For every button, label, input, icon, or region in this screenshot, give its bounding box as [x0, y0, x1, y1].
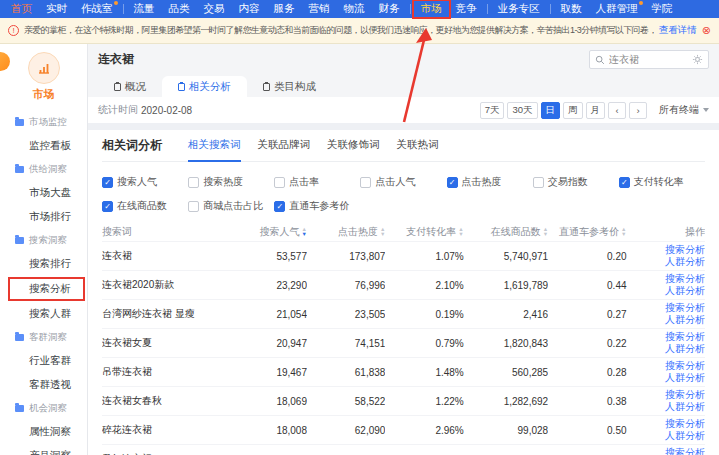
- sidebar-item[interactable]: 属性洞察: [0, 420, 87, 444]
- nav-separator: [550, 4, 551, 14]
- action-link[interactable]: 人群分析: [627, 401, 705, 413]
- sidebar-item[interactable]: 搜索分析: [10, 279, 83, 299]
- sortable-column-header[interactable]: 支付转化率▲▼: [385, 225, 463, 239]
- metric-checkbox[interactable]: ✓交易指数: [533, 175, 619, 189]
- action-link[interactable]: 人群分析: [627, 256, 705, 268]
- date-range-button[interactable]: 月: [586, 102, 606, 119]
- action-link[interactable]: 搜索分析: [627, 447, 705, 455]
- sidebar-item[interactable]: 客群透视: [0, 373, 87, 397]
- nav-item[interactable]: 人群管理: [589, 1, 645, 17]
- action-link[interactable]: 人群分析: [627, 285, 705, 297]
- nav-item[interactable]: 市场: [414, 1, 449, 17]
- nav-item[interactable]: 交易: [197, 1, 232, 17]
- sortable-column-header[interactable]: 搜索人气▲▼: [229, 225, 307, 239]
- action-link[interactable]: 搜索分析: [627, 331, 705, 343]
- metric-checkbox[interactable]: ✓搜索热度: [188, 175, 274, 189]
- menu-section-header[interactable]: 客群洞察: [0, 326, 87, 349]
- page-tab[interactable]: 概况: [98, 76, 162, 97]
- folder-icon: [15, 405, 24, 412]
- sortable-column-header[interactable]: 直通车参考价▲▼: [548, 225, 626, 239]
- date-range-button[interactable]: 日: [541, 102, 561, 119]
- nav-item[interactable]: 取数: [554, 1, 589, 17]
- sidebar-item[interactable]: 市场排行: [0, 205, 87, 229]
- page-tab[interactable]: 相关分析: [162, 76, 247, 97]
- metric-checkbox[interactable]: ✓搜索人气: [102, 175, 188, 189]
- sidebar-item[interactable]: 搜索人群: [0, 302, 87, 326]
- nav-item[interactable]: 物流: [337, 1, 372, 17]
- metric-checkbox[interactable]: ✓在线商品数: [102, 199, 188, 213]
- nav-item[interactable]: 竞争: [449, 1, 484, 17]
- column-header: 操作: [627, 225, 705, 239]
- page-tab-label: 相关分析: [189, 80, 231, 94]
- action-link[interactable]: 搜索分析: [627, 418, 705, 430]
- terminal-select[interactable]: 所有终端: [659, 103, 709, 117]
- date-range-button[interactable]: 30天: [507, 102, 537, 119]
- metric-checkbox[interactable]: ✓支付转化率: [619, 175, 705, 189]
- action-link[interactable]: 搜索分析: [627, 302, 705, 314]
- date-range-button[interactable]: 周: [563, 102, 583, 119]
- date-range-button[interactable]: 7天: [480, 102, 505, 119]
- page-tab[interactable]: 类目构成: [247, 76, 332, 97]
- action-link[interactable]: 搜索分析: [627, 389, 705, 401]
- notice-detail-link[interactable]: 查看详情: [659, 24, 697, 37]
- word-type-tab[interactable]: 相关搜索词: [188, 138, 241, 162]
- row-actions: 搜索分析人群分析: [627, 360, 705, 384]
- action-link[interactable]: 人群分析: [627, 343, 705, 355]
- action-link[interactable]: 搜索分析: [627, 273, 705, 285]
- checkbox-icon: ✓: [102, 201, 113, 212]
- nav-item[interactable]: 财务: [372, 1, 407, 17]
- metric-checkbox[interactable]: ✓直通车参考价: [274, 199, 360, 213]
- nav-item[interactable]: 首页: [4, 1, 39, 17]
- nav-item[interactable]: 业务专区: [491, 1, 547, 17]
- action-link[interactable]: 搜索分析: [627, 360, 705, 372]
- nav-separator: [410, 4, 411, 14]
- sortable-column-header[interactable]: 点击热度▲▼: [307, 225, 385, 239]
- nav-item[interactable]: 学院: [645, 1, 680, 17]
- menu-section-header[interactable]: 供给洞察: [0, 158, 87, 181]
- search-box[interactable]: [589, 50, 709, 69]
- column-label: 搜索词: [102, 225, 132, 239]
- nav-item[interactable]: 服务: [267, 1, 302, 17]
- metric-checkbox[interactable]: ✓商城点击占比: [188, 199, 274, 213]
- nav-item[interactable]: 营销: [302, 1, 337, 17]
- pager-prev-button[interactable]: ‹: [608, 102, 626, 119]
- action-link[interactable]: 搜索分析: [627, 244, 705, 256]
- sidebar-item[interactable]: 市场大盘: [0, 181, 87, 205]
- nav-separator: [487, 4, 488, 14]
- metric-label: 在线商品数: [117, 199, 167, 213]
- search-input[interactable]: [609, 54, 688, 65]
- metric-checkbox[interactable]: ✓点击热度: [447, 175, 533, 189]
- pager-next-button[interactable]: ›: [629, 102, 647, 119]
- sidebar-item[interactable]: 监控看板: [0, 134, 87, 158]
- metric-checkbox[interactable]: ✓点击人气: [360, 175, 446, 189]
- column-label: 点击热度: [338, 225, 378, 239]
- nav-item[interactable]: 内容: [232, 1, 267, 17]
- sidebar-item[interactable]: 搜索排行: [0, 252, 87, 276]
- row-actions: 搜索分析人群分析: [627, 418, 705, 442]
- action-link[interactable]: 人群分析: [627, 314, 705, 326]
- nav-item[interactable]: 作战室: [74, 1, 120, 17]
- nav-item[interactable]: 流量: [127, 1, 162, 17]
- menu-section-header[interactable]: 搜索洞察: [0, 229, 87, 252]
- metric-cell: 61,838: [307, 367, 385, 378]
- settings-gear-icon[interactable]: [692, 54, 703, 65]
- nav-item[interactable]: 品类: [162, 1, 197, 17]
- column-label: 操作: [685, 225, 705, 239]
- close-icon[interactable]: ⊗: [702, 25, 711, 36]
- menu-section-header[interactable]: 市场监控: [0, 111, 87, 134]
- action-link[interactable]: 人群分析: [627, 430, 705, 442]
- sidebar-item[interactable]: 产品洞察: [0, 444, 87, 455]
- sidebar-item[interactable]: 行业客群: [0, 349, 87, 373]
- word-type-tab[interactable]: 关联热词: [397, 138, 439, 162]
- folder-icon: [15, 334, 24, 341]
- word-type-tab[interactable]: 关联修饰词: [327, 138, 380, 162]
- metric-checkbox[interactable]: ✓点击率: [274, 175, 360, 189]
- date-range-group: 7天30天日周月‹›: [480, 102, 647, 119]
- action-link[interactable]: 人群分析: [627, 372, 705, 384]
- metric-cell: 0.50: [548, 425, 626, 436]
- metric-cell: 2.96%: [385, 425, 463, 436]
- menu-section-header[interactable]: 机会洞察: [0, 397, 87, 420]
- sortable-column-header[interactable]: 在线商品数▲▼: [464, 225, 548, 239]
- nav-item[interactable]: 实时: [39, 1, 74, 17]
- word-type-tab[interactable]: 关联品牌词: [258, 138, 311, 162]
